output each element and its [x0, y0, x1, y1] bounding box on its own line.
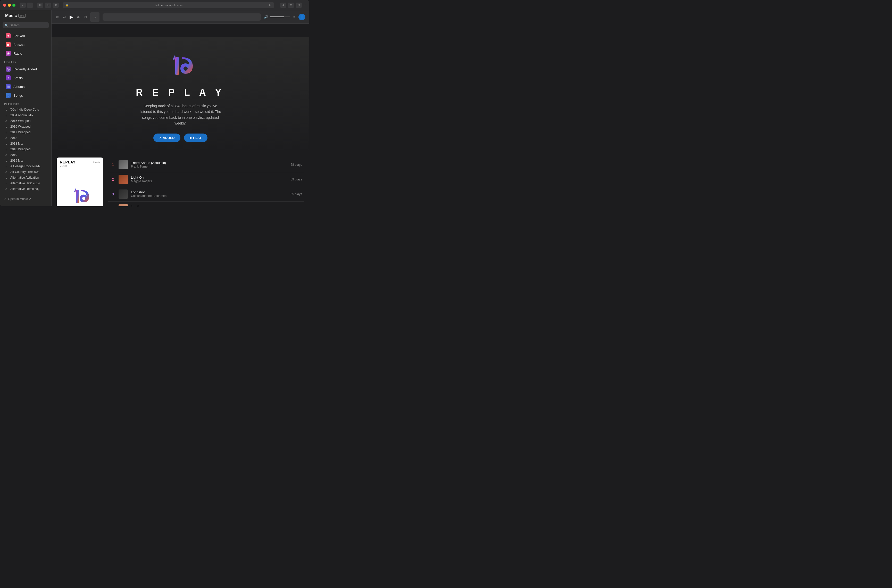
player-controls: ⇄ ⏮ ▶ ⏭ ↻: [55, 14, 87, 20]
sidebar-playlist-pl-2004[interactable]: ♫ 2004 Annual Mix: [0, 112, 51, 118]
beta-badge: Beta: [18, 14, 26, 18]
track-thumbnail: [118, 175, 128, 184]
track-item[interactable]: 2 Light On Maggie Rogers 59 plays: [108, 172, 304, 187]
sidebar-playlist-pl-2018mix[interactable]: ♫ 2018 Mix: [0, 141, 51, 146]
hero-play-button[interactable]: ▶ PLAY: [184, 134, 207, 142]
volume-control: 🔊: [264, 15, 290, 19]
albums-icon: ◫: [6, 84, 11, 89]
maximize-button[interactable]: [12, 4, 15, 7]
playlist-label: Alternative Activation: [10, 176, 39, 179]
added-button[interactable]: ✓ ADDED: [153, 134, 180, 142]
open-in-music[interactable]: ♫ Open in Music ↗: [0, 195, 51, 203]
lock-icon: 🔒: [66, 4, 69, 6]
sidebar-playlist-pl-altremixed[interactable]: ♫ Alternative Remixed, ...: [0, 186, 51, 192]
next-button[interactable]: ⏭: [77, 15, 80, 19]
track-item[interactable]: 4 Heather Ruby Haunt 54 plays: [108, 202, 304, 206]
sidebar-playlist-pl-2017[interactable]: ♫ 2017 Wrapped: [0, 129, 51, 135]
share-icon[interactable]: ⬆: [288, 3, 294, 8]
user-avatar[interactable]: 👤: [298, 14, 305, 20]
playlist-icon: ♫: [4, 136, 8, 140]
for-you-icon: ♥: [6, 33, 11, 38]
svg-point-2: [183, 66, 187, 70]
url-bar[interactable]: 🔒 beta.music.apple.com ↻: [63, 2, 274, 8]
track-plays: 68 plays: [291, 163, 302, 166]
recently-added-label: Recently Added: [13, 67, 37, 71]
sidebar-item-radio[interactable]: ◉ Radio: [1, 49, 50, 58]
track-title: There She Is (Acoustic): [131, 161, 287, 165]
sidebar-playlist-pl-2016[interactable]: ♫ 2016 Wrapped: [0, 124, 51, 129]
search-input[interactable]: [10, 24, 46, 27]
sidebar-item-for-you[interactable]: ♥ For You: [1, 32, 50, 40]
minimize-button[interactable]: [8, 4, 11, 7]
shuffle-button[interactable]: ⇄: [55, 15, 59, 19]
playlist-icon: ♫: [4, 182, 8, 185]
radio-label: Radio: [13, 51, 22, 56]
volume-slider[interactable]: [270, 16, 290, 17]
sidebar-item-albums[interactable]: ◫ Albums: [1, 82, 50, 91]
sidebar-playlist-pl-altactivation[interactable]: ♫ Alternative Activation: [0, 175, 51, 180]
sidebar-toggle-icon[interactable]: ⊞: [37, 3, 43, 8]
playlist-icon: ♫: [4, 119, 8, 123]
playlist-icon: ♫: [4, 142, 8, 145]
prev-button[interactable]: ⏮: [62, 15, 66, 19]
album-19-logo: [64, 186, 95, 206]
playlist-label: 2018 Mix: [10, 142, 23, 146]
reload-icon[interactable]: ↻: [269, 3, 271, 7]
close-button[interactable]: [3, 4, 6, 7]
playlist-label: Alt-Country: The '00s: [10, 170, 39, 174]
sidebar-playlist-pl-college[interactable]: ♫ A College Rock Pre-P...: [0, 164, 51, 169]
sidebar-playlist-pl-2018wrapped[interactable]: ♫ 2018 Wrapped: [0, 146, 51, 152]
playlist-list: ♫ '00s Indie Deep Cuts ♫ 2004 Annual Mix…: [0, 107, 51, 192]
sidebar-playlist-pl-2015[interactable]: ♫ 2015 Wrapped: [0, 118, 51, 124]
track-info: Heather Ruby Haunt: [131, 205, 287, 206]
back-button[interactable]: ‹: [19, 3, 26, 8]
playlist-label: '00s Indie Deep Cuts: [10, 108, 39, 111]
play-button[interactable]: ▶: [70, 14, 73, 20]
track-item[interactable]: 3 Longshot Catfish and the Bottlemen 55 …: [108, 187, 304, 202]
repeat-button[interactable]: ↻: [84, 15, 87, 19]
track-title: Heather: [131, 205, 287, 206]
track-info: There She Is (Acoustic) Frank Turner: [131, 161, 287, 168]
track-section: REPLAY ♫ Music 2019: [51, 152, 309, 206]
sidebar-playlist-pl-althits[interactable]: ♫ Alternative Hits: 2014: [0, 180, 51, 186]
forward-button[interactable]: ›: [27, 3, 33, 8]
list-icon[interactable]: ≡: [293, 15, 295, 19]
track-item[interactable]: 1 There She Is (Acoustic) Frank Turner 6…: [108, 158, 304, 172]
sidebar-playlist-pl-2019mix[interactable]: ♫ 2019 Mix: [0, 158, 51, 164]
track-info: Longshot Catfish and the Bottlemen: [131, 190, 287, 198]
replay-19-graphic: [160, 52, 201, 81]
track-title: Light On: [131, 176, 287, 179]
playlist-icon: ♫: [4, 114, 8, 117]
url-text: beta.music.apple.com: [70, 4, 267, 7]
sidebar-item-songs[interactable]: ♫ Songs: [1, 91, 50, 100]
sidebar-playlist-pl-2019[interactable]: ♫ 2019: [0, 152, 51, 158]
search-bar[interactable]: 🔍: [3, 22, 49, 28]
browse-label: Browse: [13, 43, 24, 46]
track-artist: Frank Turner: [131, 165, 287, 168]
playlist-icon: ♫: [4, 170, 8, 174]
browse-icon: ◼: [6, 42, 11, 47]
rss-icon[interactable]: ⊡: [45, 3, 51, 8]
sidebar-playlist-pl-2018[interactable]: ♫ 2018: [0, 135, 51, 141]
sidebar-item-browse[interactable]: ◼ Browse: [1, 40, 50, 49]
album-cover: REPLAY ♫ Music 2019: [57, 158, 103, 206]
apple-music-logo: Music Beta: [4, 14, 26, 18]
download-icon[interactable]: ⬇: [280, 3, 286, 8]
sidebar-item-artists[interactable]: ♪ Artists: [1, 74, 50, 82]
svg-rect-3: [76, 190, 79, 203]
playlist-icon: ♫: [4, 131, 8, 134]
sidebar-playlist-pl-00s[interactable]: ♫ '00s Indie Deep Cuts: [0, 107, 51, 112]
albums-label: Albums: [13, 85, 24, 88]
sidebar-playlist-pl-altcountry[interactable]: ♫ Alt-Country: The '00s: [0, 169, 51, 175]
browser-nav-buttons: ‹ ›: [19, 3, 33, 8]
track-thumbnail: [118, 204, 128, 206]
screen-icon[interactable]: ⊡: [295, 3, 302, 8]
hero-buttons: ✓ ADDED ▶ PLAY: [153, 134, 207, 142]
album-cover-header: REPLAY ♫ Music: [60, 160, 100, 164]
refresh-icon[interactable]: ↻: [52, 3, 59, 8]
track-plays: 59 plays: [291, 178, 302, 181]
playlist-icon: ♫: [4, 153, 8, 156]
sidebar-item-recently-added[interactable]: ◎ Recently Added: [1, 65, 50, 74]
track-artist: Maggie Rogers: [131, 179, 287, 183]
add-tab-button[interactable]: +: [304, 3, 306, 8]
